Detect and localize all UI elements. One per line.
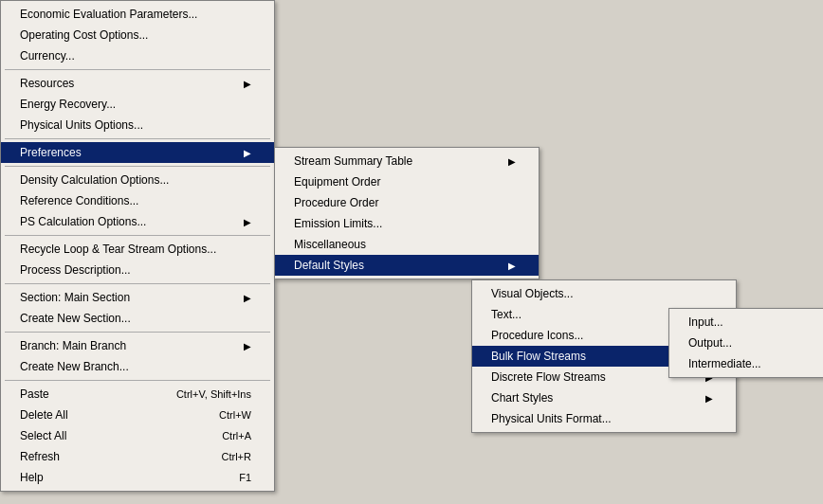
- context-menu-level2: Stream Summary Table▶Equipment OrderProc…: [274, 147, 540, 279]
- submenu-arrow-icon-default-styles: ▶: [508, 261, 516, 271]
- menu-item-label-equipment-order: Equipment Order: [294, 175, 380, 189]
- menu-item-label-intermediate: Intermediate...: [688, 357, 761, 370]
- menu-item-label-physical-units: Physical Units Options...: [20, 118, 143, 132]
- menu-item-ref-conditions[interactable]: Reference Conditions...: [1, 190, 274, 211]
- submenu-arrow-icon-section-main: ▶: [244, 293, 251, 303]
- menu-item-label-resources: Resources: [20, 77, 74, 90]
- menu-item-label-create-section: Create New Section...: [20, 312, 131, 325]
- menu-item-density-calc[interactable]: Density Calculation Options...: [1, 170, 274, 190]
- menu-item-label-refresh: Refresh: [20, 450, 60, 463]
- submenu-arrow-icon-branch-main: ▶: [244, 341, 251, 351]
- menu-item-label-text: Text...: [491, 308, 521, 321]
- menu-item-label-econ-eval: Economic Evaluation Parameters...: [20, 8, 197, 21]
- menu-item-branch-main[interactable]: Branch: Main Branch▶: [1, 335, 274, 356]
- submenu-arrow-icon-chart-styles: ▶: [705, 393, 713, 404]
- context-menu-level4: Input...Output...Intermediate...: [668, 308, 823, 378]
- menu-separator: [5, 69, 270, 70]
- menu-item-label-output: Output...: [688, 336, 732, 350]
- menu-item-resources[interactable]: Resources▶: [1, 73, 274, 94]
- menu-item-label-procedure-order: Procedure Order: [294, 196, 378, 209]
- menu-item-stream-summary[interactable]: Stream Summary Table▶: [275, 151, 539, 171]
- menu-item-ps-calc[interactable]: PS Calculation Options...▶: [1, 211, 274, 232]
- menu-item-chart-styles[interactable]: Chart Styles▶: [472, 387, 736, 408]
- menu-item-paste[interactable]: PasteCtrl+V, Shift+Ins: [1, 384, 274, 405]
- menu-item-intermediate[interactable]: Intermediate...: [669, 353, 823, 374]
- menu-item-label-preferences: Preferences: [20, 146, 82, 159]
- menu-item-op-cost[interactable]: Operating Cost Options...: [1, 25, 274, 45]
- submenu-arrow-icon-preferences: ▶: [244, 148, 251, 158]
- menu-item-input[interactable]: Input...: [669, 312, 823, 333]
- menu-separator: [5, 332, 270, 333]
- menu-item-refresh[interactable]: RefreshCtrl+R: [1, 446, 274, 467]
- menu-item-econ-eval[interactable]: Economic Evaluation Parameters...: [1, 4, 274, 25]
- menu-item-shortcut-delete-all: Ctrl+W: [219, 409, 251, 421]
- menu-item-shortcut-help: F1: [239, 472, 251, 483]
- menu-separator: [5, 138, 270, 139]
- menu-item-label-energy-recovery: Energy Recovery...: [20, 98, 116, 111]
- menu-item-label-process-desc: Process Description...: [20, 263, 131, 277]
- menu-separator: [5, 380, 270, 381]
- submenu-arrow-icon-ps-calc: ▶: [244, 217, 251, 227]
- menu-item-help[interactable]: HelpF1: [1, 467, 274, 488]
- menu-item-procedure-order[interactable]: Procedure Order: [275, 192, 539, 213]
- menu-item-label-ref-conditions: Reference Conditions...: [20, 194, 138, 207]
- menu-separator: [5, 166, 270, 167]
- context-menu-level1: Economic Evaluation Parameters...Operati…: [0, 0, 275, 492]
- menu-item-label-help: Help: [20, 471, 44, 484]
- menu-item-label-select-all: Select All: [20, 429, 66, 442]
- menu-item-delete-all[interactable]: Delete AllCtrl+W: [1, 405, 274, 425]
- menu-item-label-bulk-flow: Bulk Flow Streams: [491, 350, 586, 363]
- menu-separator: [5, 283, 270, 284]
- menu-item-label-emission-limits: Emission Limits...: [294, 217, 382, 230]
- menu-item-default-styles[interactable]: Default Styles▶: [275, 255, 539, 276]
- menu-item-label-delete-all: Delete All: [20, 408, 68, 422]
- menu-item-equipment-order[interactable]: Equipment Order: [275, 171, 539, 192]
- menu-item-currency[interactable]: Currency...: [1, 45, 274, 66]
- menu-item-shortcut-paste: Ctrl+V, Shift+Ins: [176, 388, 251, 400]
- menu-item-label-miscellaneous: Miscellaneous: [294, 238, 366, 251]
- menu-item-label-op-cost: Operating Cost Options...: [20, 28, 148, 42]
- menu-item-label-stream-summary: Stream Summary Table: [294, 154, 412, 168]
- menu-item-recycle-loop[interactable]: Recycle Loop & Tear Stream Options...: [1, 239, 274, 260]
- menu-item-select-all[interactable]: Select AllCtrl+A: [1, 425, 274, 446]
- menu-item-output[interactable]: Output...: [669, 333, 823, 353]
- menu-separator: [5, 235, 270, 236]
- menu-item-label-procedure-icons: Procedure Icons...: [491, 329, 583, 342]
- submenu-arrow-icon-resources: ▶: [244, 79, 251, 89]
- menu-item-label-input: Input...: [688, 315, 723, 329]
- menu-item-section-main[interactable]: Section: Main Section▶: [1, 287, 274, 308]
- menu-item-label-chart-styles: Chart Styles: [491, 391, 553, 405]
- menu-item-label-density-calc: Density Calculation Options...: [20, 173, 169, 187]
- menu-item-label-visual-objects: Visual Objects...: [491, 287, 573, 300]
- menu-item-label-branch-main: Branch: Main Branch: [20, 339, 126, 352]
- menu-item-label-paste: Paste: [20, 387, 49, 401]
- menu-item-label-section-main: Section: Main Section: [20, 291, 130, 304]
- menu-item-create-branch[interactable]: Create New Branch...: [1, 356, 274, 377]
- menu-item-label-default-styles: Default Styles: [294, 259, 364, 272]
- menu-item-label-physical-units-format: Physical Units Format...: [491, 412, 612, 425]
- menu-item-energy-recovery[interactable]: Energy Recovery...: [1, 94, 274, 115]
- menu-item-label-discrete-flow: Discrete Flow Streams: [491, 370, 606, 384]
- submenu-arrow-icon-stream-summary: ▶: [508, 156, 516, 167]
- menu-item-physical-units[interactable]: Physical Units Options...: [1, 115, 274, 135]
- menu-item-process-desc[interactable]: Process Description...: [1, 260, 274, 280]
- menu-item-create-section[interactable]: Create New Section...: [1, 308, 274, 329]
- menu-item-physical-units-format[interactable]: Physical Units Format...: [472, 408, 736, 429]
- menu-item-label-recycle-loop: Recycle Loop & Tear Stream Options...: [20, 243, 216, 256]
- menu-item-visual-objects[interactable]: Visual Objects...: [472, 283, 736, 304]
- menu-item-label-currency: Currency...: [20, 49, 75, 63]
- menu-item-label-create-branch: Create New Branch...: [20, 360, 129, 373]
- menu-item-shortcut-refresh: Ctrl+R: [222, 451, 251, 462]
- menu-item-label-ps-calc: PS Calculation Options...: [20, 215, 146, 228]
- menu-item-shortcut-select-all: Ctrl+A: [222, 430, 251, 441]
- menu-item-preferences[interactable]: Preferences▶: [1, 142, 274, 163]
- menu-item-miscellaneous[interactable]: Miscellaneous: [275, 234, 539, 255]
- menu-item-emission-limits[interactable]: Emission Limits...: [275, 213, 539, 234]
